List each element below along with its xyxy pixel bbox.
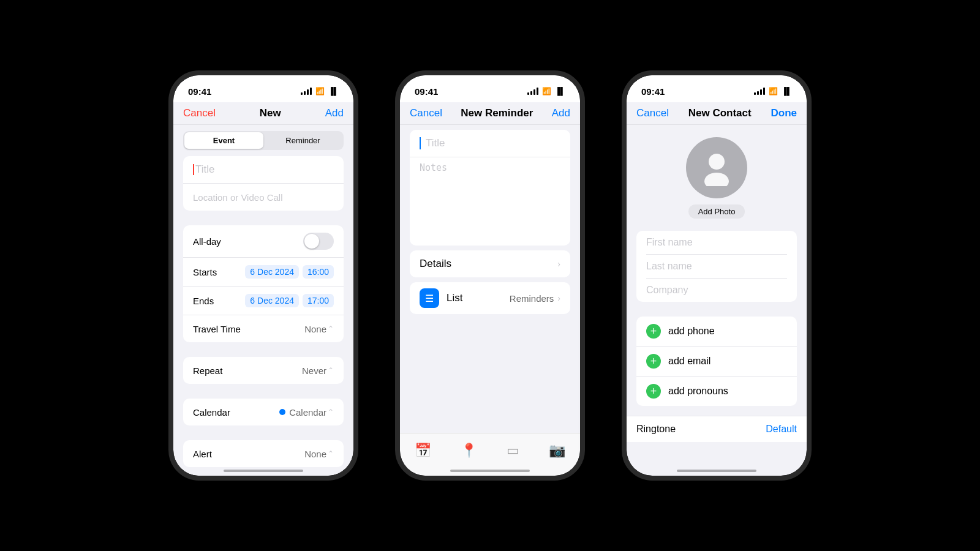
- nav-title-1: New: [260, 107, 281, 119]
- repeat-row-1[interactable]: Repeat Never ⌃: [183, 357, 344, 384]
- allday-label: All-day: [193, 236, 303, 247]
- last-name-input[interactable]: [646, 255, 787, 279]
- middle-tab-icon: ▭: [507, 443, 519, 459]
- signal-icon-3: [754, 88, 765, 95]
- add-pronouns-row[interactable]: + add pronouns: [636, 377, 797, 406]
- location-input-1[interactable]: [183, 185, 344, 210]
- list-section-2: ☰ List Reminders ›: [410, 282, 570, 314]
- allday-row-1: All-day: [183, 225, 344, 258]
- done-button-3[interactable]: Done: [771, 107, 797, 119]
- location-row-1: [183, 184, 344, 211]
- ends-row-1[interactable]: Ends 6 Dec 2024 17:00: [183, 287, 344, 315]
- calendar-row-1[interactable]: Calendar Calendar ⌃: [183, 399, 344, 425]
- reminder-title-input[interactable]: [423, 130, 570, 157]
- starts-row-1[interactable]: Starts 6 Dec 2024 16:00: [183, 258, 344, 287]
- phone-2: 09:41 📶 ▐▌ Cancel New Reminder Add: [395, 70, 585, 481]
- add-email-row[interactable]: + add email: [636, 347, 797, 377]
- travel-chevron: ⌃: [328, 324, 334, 333]
- ends-label: Ends: [193, 296, 241, 306]
- ringtone-value: Default: [766, 424, 797, 435]
- status-icons-1: 📶 ▐▌: [301, 87, 339, 96]
- camera-tab-icon: 📷: [549, 443, 565, 459]
- tab-calendar[interactable]: 📅: [415, 443, 431, 460]
- cursor-icon-1: [193, 164, 194, 175]
- reminder-cursor: [420, 137, 421, 149]
- add-phone-label: add phone: [668, 326, 715, 337]
- signal-icon-1: [301, 88, 312, 95]
- phone-3: 09:41 📶 ▐▌ Cancel New Contact Done: [622, 70, 812, 481]
- title-section-1: [183, 156, 344, 211]
- alert-row-1[interactable]: Alert None ⌃: [183, 440, 344, 467]
- details-row[interactable]: Details ›: [410, 250, 570, 277]
- status-bar-1: 09:41 📶 ▐▌: [173, 75, 353, 102]
- segment-reminder[interactable]: Reminder: [263, 132, 342, 149]
- tab-middle[interactable]: ▭: [507, 443, 519, 460]
- travel-row-1[interactable]: Travel Time None ⌃: [183, 315, 344, 342]
- cancel-button-3[interactable]: Cancel: [636, 107, 669, 119]
- nav-bar-1: Cancel New Add: [173, 102, 353, 125]
- list-chevron: ›: [557, 293, 560, 303]
- add-button-2[interactable]: Add: [552, 107, 570, 119]
- cancel-button-1[interactable]: Cancel: [183, 107, 216, 119]
- avatar-container: Add Photo: [627, 125, 807, 231]
- home-indicator-2: [450, 470, 530, 472]
- list-icon: ☰: [420, 288, 439, 308]
- tab-camera[interactable]: 📷: [549, 443, 565, 460]
- alert-value: None: [304, 449, 326, 459]
- ends-time: 17:00: [303, 294, 334, 307]
- details-label: Details: [420, 258, 451, 270]
- add-photo-button[interactable]: Add Photo: [688, 204, 745, 219]
- company-input[interactable]: [646, 279, 787, 302]
- repeat-section-1: Repeat Never ⌃: [183, 357, 344, 384]
- svg-point-1: [704, 173, 729, 186]
- title-row-1: [183, 156, 344, 184]
- list-row[interactable]: ☰ List Reminders ›: [410, 282, 570, 314]
- alert-chevron: ⌃: [328, 449, 334, 458]
- calendar-dot: [279, 409, 285, 415]
- list-label: List: [447, 292, 510, 304]
- ringtone-row[interactable]: Ringtone Default: [627, 416, 807, 442]
- repeat-label: Repeat: [193, 365, 302, 376]
- nav-title-2: New Reminder: [461, 107, 533, 119]
- battery-icon-3: ▐▌: [782, 87, 792, 96]
- tab-reminders[interactable]: 📍: [461, 443, 477, 460]
- status-icons-2: 📶 ▐▌: [527, 87, 565, 96]
- segment-control-1: Event Reminder: [183, 131, 344, 150]
- nav-bar-2: Cancel New Reminder Add: [400, 102, 580, 125]
- repeat-chevron: ⌃: [328, 366, 334, 375]
- reminder-title-area: [410, 130, 570, 246]
- calendar-section-1: Calendar Calendar ⌃: [183, 399, 344, 425]
- details-section-2: Details ›: [410, 250, 570, 277]
- title-input-1[interactable]: [195, 163, 334, 176]
- ends-date: 6 Dec 2024: [245, 294, 299, 307]
- status-time-3: 09:41: [641, 86, 665, 97]
- home-indicator-3: [677, 470, 756, 472]
- wifi-icon-1: 📶: [315, 87, 325, 96]
- starts-date: 6 Dec 2024: [245, 265, 299, 279]
- add-phone-row[interactable]: + add phone: [636, 317, 797, 347]
- status-time-2: 09:41: [415, 86, 438, 97]
- allday-toggle[interactable]: [303, 233, 334, 250]
- cancel-button-2[interactable]: Cancel: [410, 107, 442, 119]
- ringtone-label: Ringtone: [636, 424, 766, 435]
- add-button-1[interactable]: Add: [325, 107, 344, 119]
- wifi-icon-3: 📶: [769, 87, 778, 96]
- nav-title-3: New Contact: [688, 107, 752, 119]
- segment-event[interactable]: Event: [184, 132, 263, 149]
- add-fields-section-3: + add phone + add email + add pronouns: [636, 317, 797, 406]
- status-bar-2: 09:41 📶 ▐▌: [400, 75, 580, 102]
- travel-label: Travel Time: [193, 324, 304, 334]
- battery-icon-2: ▐▌: [555, 87, 565, 96]
- home-indicator-1: [224, 470, 303, 472]
- travel-value: None: [304, 324, 326, 334]
- battery-icon-1: ▐▌: [328, 87, 339, 96]
- phone-1: 09:41 📶 ▐▌ Cancel New Add: [168, 70, 358, 481]
- signal-icon-2: [527, 88, 538, 95]
- svg-point-0: [709, 154, 725, 170]
- reminder-notes-input[interactable]: [410, 157, 570, 243]
- starts-label: Starts: [193, 267, 241, 277]
- alert-section-1: Alert None ⌃: [183, 440, 344, 467]
- first-name-input[interactable]: [646, 231, 787, 255]
- add-email-icon: +: [646, 354, 661, 369]
- avatar-person-icon: [698, 149, 735, 186]
